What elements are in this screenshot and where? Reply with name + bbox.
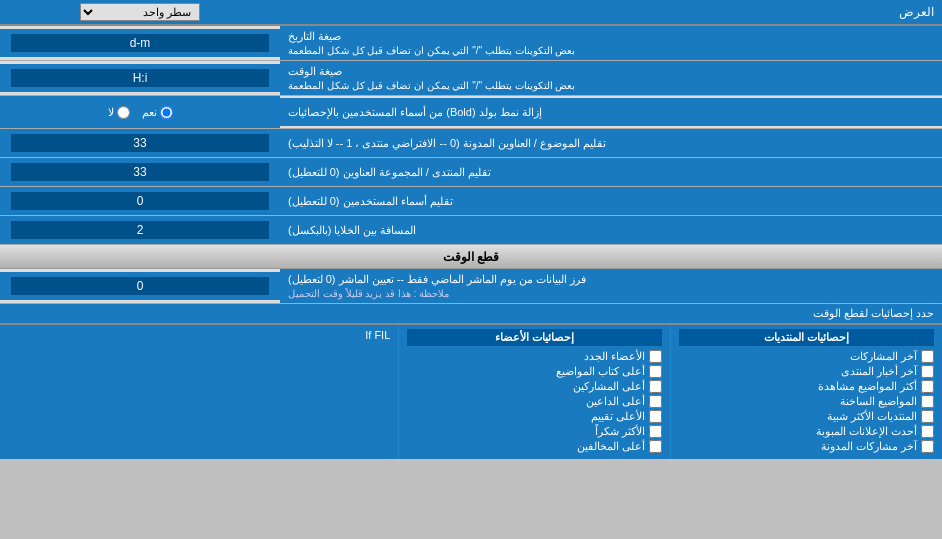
checkbox-item-latest-classified: أحدث الإعلانات المبوبة xyxy=(679,425,934,438)
bold-no-label: لا xyxy=(108,106,130,119)
if-fil-text: If FIL xyxy=(365,329,390,341)
bold-remove-label: إزالة نمط بولد (Bold) من أسماء المستخدمي… xyxy=(280,98,942,126)
display-select[interactable]: سطر واحد سطرين ثلاثة أسطر xyxy=(80,3,200,21)
checkbox-item-top-rated: الأعلى تقييم xyxy=(407,410,662,423)
checkbox-item-top-participants: أعلى المشاركين xyxy=(407,380,662,393)
forum-order-row: تقليم المنتدى / المجموعة العناوين (0 للت… xyxy=(0,158,942,187)
time-format-input[interactable] xyxy=(11,69,269,87)
checkbox-item-most-thanked: الأكثر شكراً xyxy=(407,425,662,438)
time-cutoff-input-container xyxy=(0,272,280,300)
time-cutoff-input[interactable] xyxy=(11,277,269,295)
checkbox-item-last-posts: آخر المشاركات xyxy=(679,350,934,363)
time-section-header: قطع الوقت xyxy=(0,245,942,269)
forum-order-label: تقليم المنتدى / المجموعة العناوين (0 للت… xyxy=(280,158,942,186)
date-format-label: صيغة التاريخ بعض التكوينات يتطلب "/" الت… xyxy=(280,26,942,60)
checkbox-most-similar[interactable] xyxy=(921,410,934,423)
user-order-label: تقليم أسماء المستخدمين (0 للتعطيل) xyxy=(280,187,942,215)
time-format-row: صيغة الوقت بعض التكوينات يتطلب "/" التي … xyxy=(0,61,942,96)
checkbox-top-rated[interactable] xyxy=(649,410,662,423)
checkbox-item-hot-topics: المواضيع الساخنة xyxy=(679,395,934,408)
display-row: العرض سطر واحد سطرين ثلاثة أسطر xyxy=(0,0,942,26)
checkbox-item-most-viewed: أكثر المواضيع مشاهدة xyxy=(679,380,934,393)
forum-stats-header: إحصائيات المنتديات xyxy=(679,329,934,346)
checkbox-item-blog-posts: آخر مشاركات المدونة xyxy=(679,440,934,453)
bottom-section: إحصائيات المنتديات آخر المشاركات آخر أخب… xyxy=(0,324,942,459)
date-format-input[interactable] xyxy=(11,34,269,52)
date-format-row: صيغة التاريخ بعض التكوينات يتطلب "/" الت… xyxy=(0,26,942,61)
time-format-input-container xyxy=(0,64,280,92)
member-stats-header: إحصائيات الأعضاء xyxy=(407,329,662,346)
checkbox-top-invitors[interactable] xyxy=(649,395,662,408)
cell-spacing-label: المسافة بين الخلايا (بالبكسل) xyxy=(280,216,942,244)
user-order-input[interactable] xyxy=(11,192,269,210)
time-cutoff-row: فرز البيانات من يوم الماشر الماضي فقط --… xyxy=(0,269,942,304)
checkbox-most-viewed[interactable] xyxy=(921,380,934,393)
bold-remove-radio-container: نعم لا xyxy=(0,96,280,128)
cell-spacing-row: المسافة بين الخلايا (بالبكسل) xyxy=(0,216,942,245)
checkbox-last-posts[interactable] xyxy=(921,350,934,363)
main-container: العرض سطر واحد سطرين ثلاثة أسطر صيغة الت… xyxy=(0,0,942,459)
checkbox-item-top-topic-writers: أعلى كتاب المواضيع xyxy=(407,365,662,378)
checkbox-hot-topics[interactable] xyxy=(921,395,934,408)
bold-remove-row: إزالة نمط بولد (Bold) من أسماء المستخدمي… xyxy=(0,96,942,129)
user-order-input-container xyxy=(0,187,280,215)
checkbox-top-participants[interactable] xyxy=(649,380,662,393)
time-format-label: صيغة الوقت بعض التكوينات يتطلب "/" التي … xyxy=(280,61,942,95)
checkbox-item-most-similar: المنتديات الأكثر شبية xyxy=(679,410,934,423)
bold-no-radio[interactable] xyxy=(117,106,130,119)
cell-spacing-input-container xyxy=(0,216,280,244)
checkbox-item-top-violators: أعلى المخالفين xyxy=(407,440,662,453)
checkbox-item-forum-news: آخر أخبار المنتدى xyxy=(679,365,934,378)
checkbox-blog-posts[interactable] xyxy=(921,440,934,453)
user-order-row: تقليم أسماء المستخدمين (0 للتعطيل) xyxy=(0,187,942,216)
member-stats-col: إحصائيات الأعضاء الأعضاء الجدد أعلى كتاب… xyxy=(398,325,670,459)
bold-yes-label: نعم xyxy=(142,106,173,119)
checkbox-item-new-members: الأعضاء الجدد xyxy=(407,350,662,363)
forum-order-input[interactable] xyxy=(11,163,269,181)
topic-order-input[interactable] xyxy=(11,134,269,152)
limit-label-row: حدد إحصائيات لقطع الوقت xyxy=(0,304,942,324)
cell-spacing-input[interactable] xyxy=(11,221,269,239)
checkbox-top-violators[interactable] xyxy=(649,440,662,453)
checkbox-new-members[interactable] xyxy=(649,350,662,363)
display-label: العرض xyxy=(280,2,942,22)
forum-stats-col: إحصائيات المنتديات آخر المشاركات آخر أخب… xyxy=(670,325,942,459)
bold-yes-radio[interactable] xyxy=(160,106,173,119)
topic-order-row: تقليم الموضوع / العناوين المدونة (0 -- ا… xyxy=(0,129,942,158)
checkbox-top-topic-writers[interactable] xyxy=(649,365,662,378)
right-col: If FIL xyxy=(0,325,398,459)
topic-order-input-container xyxy=(0,129,280,157)
time-cutoff-label: فرز البيانات من يوم الماشر الماضي فقط --… xyxy=(280,269,942,303)
checkbox-forum-news[interactable] xyxy=(921,365,934,378)
topic-order-label: تقليم الموضوع / العناوين المدونة (0 -- ا… xyxy=(280,129,942,157)
checkbox-most-thanked[interactable] xyxy=(649,425,662,438)
display-select-container: سطر واحد سطرين ثلاثة أسطر xyxy=(0,1,280,23)
checkbox-item-top-invitors: أعلى الداعين xyxy=(407,395,662,408)
checkbox-latest-classified[interactable] xyxy=(921,425,934,438)
forum-order-input-container xyxy=(0,158,280,186)
date-format-input-container xyxy=(0,29,280,57)
